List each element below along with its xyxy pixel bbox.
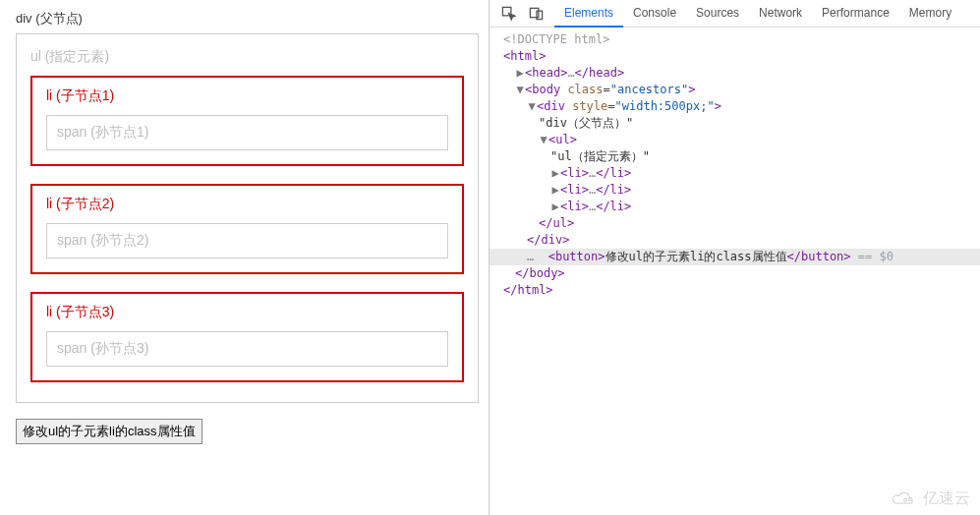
dom-ul-open[interactable]: ▼<ul> — [490, 132, 980, 148]
tab-memory[interactable]: Memory — [899, 0, 961, 28]
tab-performance[interactable]: Performance — [812, 0, 899, 28]
devtools-toolbar: Elements Console Sources Network Perform… — [490, 0, 980, 28]
dom-html-open[interactable]: <html> — [490, 48, 980, 65]
span-box-2: span (孙节点2) — [46, 223, 448, 258]
dom-button[interactable]: … <button>修改ul的子元素li的class属性值</button> =… — [490, 249, 980, 265]
device-toggle-icon[interactable] — [523, 1, 548, 27]
svg-point-3 — [904, 498, 907, 501]
dom-head[interactable]: ▶<head>…</head> — [490, 65, 980, 82]
inspect-element-icon[interactable] — [495, 1, 521, 27]
dom-ul-text[interactable]: "ul（指定元素）" — [490, 148, 980, 165]
span-box-3: span (孙节点3) — [46, 331, 448, 367]
li-box-3: li (子节点3) span (孙节点3) — [30, 292, 464, 382]
span-3-label: span (孙节点3) — [57, 340, 148, 356]
tab-console[interactable]: Console — [623, 0, 686, 28]
watermark-text: 亿速云 — [923, 488, 970, 509]
outer-div: div (父节点) ul (指定元素) li (子节点1) span (孙节点1… — [16, 10, 479, 403]
li-2-label: li (子节点2) — [46, 196, 448, 213]
cloud-icon — [890, 490, 917, 508]
div-label: div (父节点) — [16, 10, 479, 28]
span-1-label: span (孙节点1) — [57, 124, 148, 140]
dom-ul-close[interactable]: </ul> — [490, 215, 980, 232]
dom-li-3[interactable]: ▶<li>…</li> — [490, 199, 980, 215]
tab-elements[interactable]: Elements — [554, 0, 623, 28]
dom-li-1[interactable]: ▶<li>…</li> — [490, 165, 980, 182]
dom-body-open[interactable]: ▼<body class="ancestors"> — [490, 82, 980, 98]
dom-html-close[interactable]: </html> — [490, 282, 980, 299]
span-box-1: span (孙节点1) — [46, 115, 448, 150]
span-2-label: span (孙节点2) — [57, 232, 148, 248]
dom-div-text[interactable]: "div（父节点）" — [490, 115, 980, 132]
dom-doctype[interactable]: <!DOCTYPE html> — [490, 31, 980, 48]
svg-point-4 — [908, 497, 911, 500]
li-3-label: li (子节点3) — [46, 304, 448, 321]
change-class-button[interactable]: 修改ul的子元素li的class属性值 — [16, 419, 202, 444]
li-1-label: li (子节点1) — [46, 87, 448, 105]
tab-sources[interactable]: Sources — [686, 0, 749, 28]
dom-div-open[interactable]: ▼<div style="width:500px;"> — [490, 98, 980, 115]
li-box-2: li (子节点2) span (孙节点2) — [30, 184, 464, 274]
page-viewport: div (父节点) ul (指定元素) li (子节点1) span (孙节点1… — [0, 0, 490, 515]
tab-network[interactable]: Network — [749, 0, 812, 28]
watermark: 亿速云 — [890, 488, 970, 509]
dom-div-close[interactable]: </div> — [490, 232, 980, 249]
li-box-1: li (子节点1) span (孙节点1) — [30, 76, 464, 166]
ul-label: ul (指定元素) — [30, 48, 464, 66]
devtools-panel: Elements Console Sources Network Perform… — [490, 0, 980, 515]
dom-tree[interactable]: <!DOCTYPE html> <html> ▶<head>…</head> ▼… — [490, 28, 980, 515]
dom-body-close[interactable]: </body> — [490, 265, 980, 282]
devtools-tabs: Elements Console Sources Network Perform… — [554, 0, 961, 28]
dom-li-2[interactable]: ▶<li>…</li> — [490, 182, 980, 199]
ul-box: ul (指定元素) li (子节点1) span (孙节点1) li (子节点2… — [16, 33, 479, 403]
